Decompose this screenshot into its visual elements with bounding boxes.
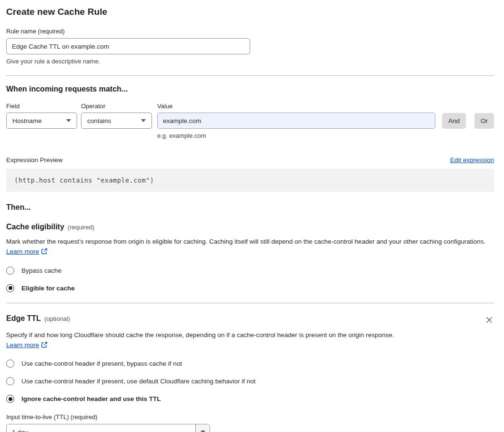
and-button[interactable]: And [442, 113, 466, 129]
operator-select-value: contains [87, 117, 111, 124]
radio-label: Bypass cache [21, 267, 61, 274]
edge-ttl-description: Specify if and how long Cloudflare shoul… [6, 330, 406, 350]
page-title: Create new Cache Rule [6, 7, 494, 17]
or-button[interactable]: Or [474, 113, 494, 129]
value-label: Value [157, 103, 172, 110]
field-select-value: Hostname [12, 117, 42, 124]
radio-label: Eligible for cache [21, 285, 75, 292]
radio-icon [6, 377, 14, 385]
value-hint: e.g. example.com [157, 132, 494, 139]
ttl-combo [6, 424, 210, 432]
ttl-label: Input time-to-live (TTL) (required) [6, 413, 494, 421]
ttl-dropdown-button[interactable] [195, 424, 210, 432]
optional-tag: (optional) [44, 315, 70, 322]
then-heading: Then... [6, 203, 494, 212]
value-input[interactable] [157, 113, 435, 129]
radio-label: Use cache-control header if present, use… [21, 378, 256, 385]
radio-icon [6, 267, 14, 275]
match-heading: When incoming requests match... [6, 85, 494, 93]
edge-ttl-description-text: Specify if and how long Cloudflare shoul… [6, 331, 394, 339]
close-icon [485, 316, 493, 324]
operator-label: Operator [81, 103, 157, 110]
field-select[interactable]: Hostname [6, 113, 77, 129]
radio-use-header-default[interactable]: Use cache-control header if present, use… [6, 377, 494, 385]
chevron-down-icon [66, 119, 71, 122]
cache-eligibility-description: Mark whether the request’s response from… [6, 237, 494, 257]
external-link-icon [41, 341, 48, 348]
radio-bypass-cache[interactable]: Bypass cache [6, 267, 494, 275]
edit-expression-link[interactable]: Edit expression [450, 156, 494, 164]
field-label: Field [6, 103, 81, 110]
radio-icon [6, 360, 14, 368]
expression-preview-row: Expression Preview Edit expression [6, 156, 494, 164]
radio-label: Use cache-control header if present, byp… [21, 360, 182, 367]
ttl-input[interactable] [7, 424, 195, 432]
ttl-section: Input time-to-live (TTL) (required) [6, 413, 494, 432]
rule-name-label: Rule name (required) [6, 28, 494, 35]
radio-eligible-for-cache[interactable]: Eligible for cache [6, 284, 494, 292]
chevron-down-icon [141, 119, 146, 122]
match-controls-row: Hostname contains And Or [6, 113, 494, 129]
close-edge-ttl-button[interactable] [484, 315, 494, 325]
learn-more-link[interactable]: Learn more [6, 248, 39, 255]
divider [6, 303, 494, 303]
operator-select[interactable]: contains [81, 113, 152, 129]
expression-code: (http.host contains "example.com") [6, 169, 494, 192]
divider [6, 75, 494, 76]
rule-name-input[interactable] [6, 38, 250, 54]
cache-eligibility-header: Cache eligibility(required) [6, 223, 494, 231]
radio-ignore-header-use-ttl[interactable]: Ignore cache-control header and use this… [6, 395, 494, 403]
radio-selected-icon [6, 395, 14, 403]
radio-use-header-bypass[interactable]: Use cache-control header if present, byp… [6, 360, 494, 368]
edge-ttl-title: Edge TTL [6, 314, 41, 322]
required-tag: (required) [68, 224, 94, 231]
radio-label: Ignore cache-control header and use this… [21, 395, 161, 402]
cache-eligibility-title: Cache eligibility [6, 223, 64, 231]
edge-ttl-header: Edge TTL(optional) [6, 314, 494, 325]
rule-name-section: Rule name (required) Give your rule a de… [6, 28, 494, 65]
rule-name-help: Give your rule a descriptive name. [6, 58, 494, 65]
external-link-icon [41, 248, 48, 255]
radio-selected-icon [6, 284, 14, 292]
learn-more-link[interactable]: Learn more [6, 341, 39, 349]
cache-eligibility-description-text: Mark whether the request’s response from… [6, 238, 485, 245]
match-labels-row: Field Operator Value [6, 103, 494, 110]
expression-preview-label: Expression Preview [6, 156, 63, 164]
